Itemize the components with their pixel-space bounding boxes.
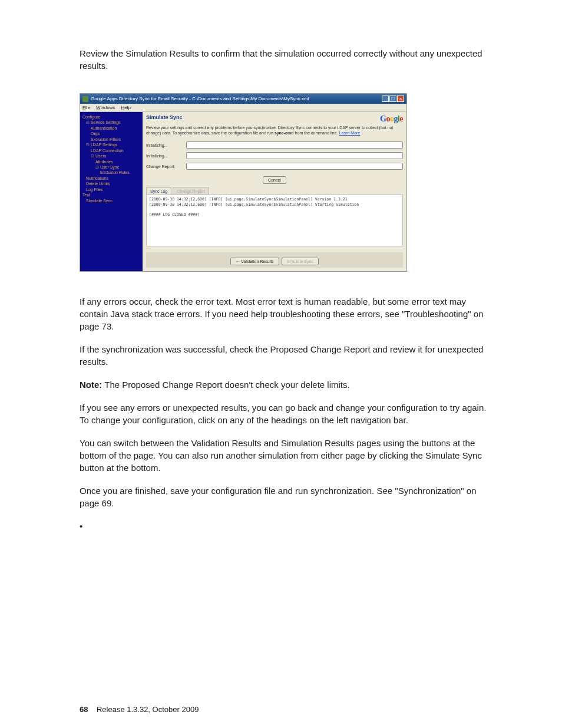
panel-description: Review your settings and correct any pro… — [146, 125, 403, 136]
intro-paragraph: Review the Simulation Results to confirm… — [80, 47, 491, 72]
log-line: [#### LOG CLOSED ####] — [149, 212, 400, 217]
progress-bar-1 — [186, 141, 403, 149]
log-output: [2008-09-30 14:32:12,600] [INFO] [ui.pag… — [146, 195, 403, 246]
progress-label-3: Change Report: — [146, 164, 183, 169]
app-icon — [82, 96, 88, 102]
bullet-point: • — [80, 520, 491, 532]
minimize-button[interactable]: _ — [382, 95, 389, 102]
paragraph: If the synchronization was successful, c… — [80, 343, 491, 368]
nav-simulate-sync[interactable]: Simulate Sync — [82, 198, 141, 203]
simulate-sync-button[interactable]: Simulate Sync — [282, 258, 319, 265]
progress-label-1: Initializing... — [146, 143, 183, 147]
paragraph: If any errors occur, check the error tex… — [80, 295, 491, 332]
nav-notifications[interactable]: Notifications — [82, 176, 141, 181]
menu-windows[interactable]: Windows — [96, 105, 115, 110]
nav-configure[interactable]: Configure — [82, 114, 141, 120]
paragraph: You can switch between the Validation Re… — [80, 437, 491, 474]
menu-help[interactable]: Help — [121, 105, 130, 110]
release-info: Release 1.3.32, October 2009 — [97, 705, 199, 714]
nav-orgs[interactable]: Orgs — [82, 131, 141, 136]
paragraph: Once you are finished, save your configu… — [80, 485, 491, 509]
learn-more-link[interactable]: Learn More — [339, 131, 361, 135]
nav-ldap-connection[interactable]: LDAP Connection — [82, 148, 141, 153]
footer: 68 Release 1.3.32, October 2009 — [80, 705, 199, 714]
cancel-button[interactable]: Cancel — [263, 176, 286, 184]
progress-label-2: Initializing... — [146, 154, 183, 158]
sidebar-tree: Configure ⊟ Service Settings Authenticat… — [80, 112, 143, 271]
validation-results-button[interactable]: Validation Results — [230, 258, 279, 265]
tab-change-report[interactable]: Change Report — [173, 187, 209, 195]
menu-file[interactable]: File — [82, 105, 90, 110]
progress-bar-2 — [186, 152, 403, 159]
log-line: [2008-09-30 14:32:12,600] [INFO] [ui.pag… — [149, 197, 400, 202]
menubar: File Windows Help — [80, 104, 406, 112]
note-paragraph: Note: The Proposed Change Report doesn't… — [80, 378, 491, 391]
content-panel: Simulate Sync Google Review your setting… — [143, 112, 406, 271]
nav-attributes[interactable]: Attributes — [82, 159, 141, 164]
page-number: 68 — [80, 705, 88, 714]
titlebar: Google Apps Directory Sync for Email Sec… — [80, 94, 406, 104]
nav-service-settings[interactable]: ⊟ Service Settings — [82, 120, 141, 125]
nav-exclusion-rules[interactable]: Exclusion Rules — [82, 170, 141, 175]
panel-title: Simulate Sync — [146, 114, 183, 120]
nav-user-sync[interactable]: ⊟ User Sync — [82, 164, 141, 170]
app-screenshot: Google Apps Directory Sync for Email Sec… — [80, 93, 407, 272]
nav-delete-limits[interactable]: Delete Limits — [82, 181, 141, 186]
google-logo: Google — [380, 114, 403, 124]
nav-authentication[interactable]: Authentication — [82, 126, 141, 131]
nav-exclusion-filters[interactable]: Exclusion Filters — [82, 137, 141, 142]
maximize-button[interactable]: □ — [389, 95, 396, 102]
tab-sync-log[interactable]: Sync Log — [146, 187, 171, 195]
nav-ldap-settings[interactable]: ⊟ LDAP Settings — [82, 142, 141, 147]
window-title: Google Apps Directory Sync for Email Sec… — [91, 96, 309, 101]
log-line: [2008-09-30 14:32:12,600] [INFO] [ui.pag… — [149, 202, 400, 207]
progress-bar-3 — [186, 163, 403, 170]
nav-log-files[interactable]: Log Files — [82, 187, 141, 192]
close-button[interactable]: × — [397, 95, 404, 102]
paragraph: If you see any errors or unexpected resu… — [80, 401, 491, 426]
nav-users[interactable]: ⊟ Users — [82, 153, 141, 159]
nav-test[interactable]: Test — [82, 192, 141, 197]
